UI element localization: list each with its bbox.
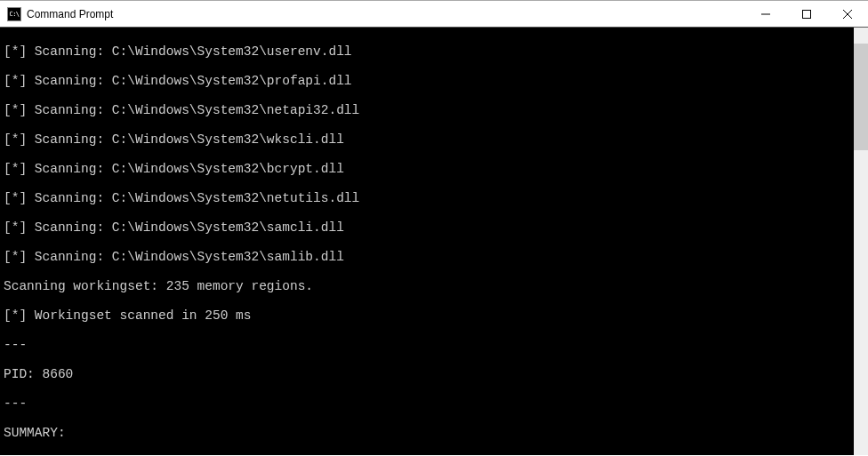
blank-line [4, 455, 864, 456]
pid-line: PID: 8660 [4, 367, 864, 382]
terminal-output[interactable]: [*] Scanning: C:\Windows\System32\useren… [0, 28, 868, 455]
workingset-regions: Scanning workingset: 235 memory regions. [4, 279, 864, 294]
workingset-scanned: [*] Workingset scanned in 250 ms [4, 308, 864, 324]
scrollbar[interactable] [854, 28, 868, 455]
scan-line: [*] Scanning: C:\Windows\System32\netuti… [4, 191, 864, 206]
scan-line: [*] Scanning: C:\Windows\System32\bcrypt… [4, 162, 864, 177]
titlebar[interactable]: C:\ Command Prompt [0, 1, 868, 28]
close-button[interactable] [827, 1, 868, 28]
scan-line: [*] Scanning: C:\Windows\System32\profap… [4, 74, 864, 89]
window-title: Command Prompt [27, 8, 113, 20]
separator: --- [4, 338, 864, 353]
scan-line: [*] Scanning: C:\Windows\System32\wkscli… [4, 132, 864, 148]
separator: --- [4, 396, 864, 412]
svg-rect-1 [803, 10, 811, 18]
scan-line: [*] Scanning: C:\Windows\System32\netapi… [4, 103, 864, 118]
summary-header: SUMMARY: [4, 426, 864, 441]
scan-line: [*] Scanning: C:\Windows\System32\samcli… [4, 220, 864, 236]
cmd-icon: C:\ [7, 7, 21, 21]
scan-line: [*] Scanning: C:\Windows\System32\useren… [4, 44, 864, 60]
minimize-button[interactable] [745, 1, 786, 28]
scan-line: [*] Scanning: C:\Windows\System32\samlib… [4, 250, 864, 265]
maximize-button[interactable] [786, 1, 827, 28]
scrollbar-thumb[interactable] [854, 44, 868, 150]
